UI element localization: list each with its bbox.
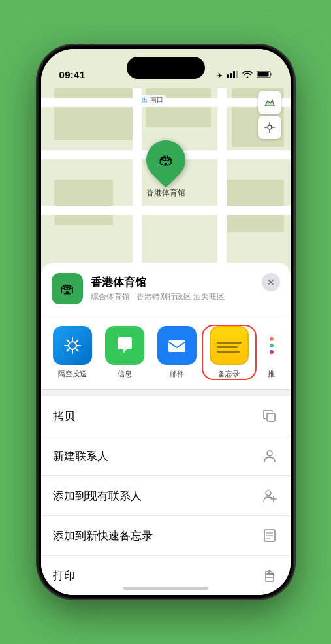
sheet-header: 🏟 香港体育馆 综合体育馆 · 香港特别行政区 油尖旺区 ✕ [41, 263, 291, 315]
share-item-messages[interactable]: 信息 [99, 326, 151, 379]
location-button[interactable] [258, 116, 281, 139]
action-new-contact[interactable]: 新建联系人 [41, 436, 291, 476]
map-controls [258, 91, 281, 139]
status-icons: ✈ [216, 71, 272, 80]
notes-label: 备忘录 [218, 369, 240, 379]
svg-rect-0 [227, 74, 229, 78]
svg-point-7 [268, 125, 272, 129]
svg-rect-14 [267, 413, 275, 421]
action-add-existing-label: 添加到现有联系人 [53, 489, 142, 504]
action-add-note-label: 添加到新快速备忘录 [53, 528, 153, 543]
action-list: 拷贝 新建联系人 [41, 396, 291, 595]
svg-rect-6 [257, 72, 268, 77]
location-pin: 🏟 香港体育馆 [146, 140, 185, 199]
action-print-label: 打印 [53, 568, 75, 583]
bottom-sheet: 🏟 香港体育馆 综合体育馆 · 香港特别行政区 油尖旺区 ✕ [41, 263, 291, 595]
venue-subtitle: 综合体育馆 · 香港特别行政区 油尖旺区 [91, 291, 280, 302]
svg-rect-1 [230, 73, 232, 78]
map-type-button[interactable] [258, 91, 281, 114]
sheet-close-button[interactable]: ✕ [262, 273, 280, 291]
share-item-more[interactable]: 推 [255, 326, 288, 379]
svg-rect-13 [168, 340, 185, 352]
action-copy[interactable]: 拷贝 [41, 396, 291, 436]
print-icon [260, 566, 279, 585]
person-add-icon [260, 487, 279, 505]
action-add-note[interactable]: 添加到新快速备忘录 [41, 516, 291, 556]
pin-label: 香港体育馆 [146, 187, 185, 199]
status-bar: 09:41 ✈ [41, 49, 291, 84]
battery-icon [257, 71, 272, 80]
home-indicator [123, 587, 208, 590]
dot-2 [270, 344, 274, 347]
copy-icon [260, 407, 279, 425]
notes-line-2 [217, 346, 238, 348]
note-icon [260, 526, 279, 545]
venue-icon: 🏟 [52, 273, 83, 304]
action-copy-label: 拷贝 [53, 409, 75, 424]
pin-inner-icon: 🏟 [159, 152, 173, 169]
share-item-notes[interactable]: 备忘录 [203, 326, 255, 379]
svg-rect-5 [270, 73, 272, 76]
svg-rect-2 [233, 71, 235, 78]
notes-icon [210, 326, 249, 365]
svg-rect-3 [236, 71, 238, 78]
person-icon [260, 447, 279, 465]
share-item-mail[interactable]: 邮件 [151, 326, 203, 379]
messages-icon [105, 326, 144, 365]
map-label: 出 南口 [139, 95, 166, 105]
mail-label: 邮件 [170, 369, 184, 379]
more-label: 推 [268, 369, 275, 379]
wifi-icon [242, 71, 253, 80]
svg-rect-23 [266, 577, 274, 581]
action-add-existing[interactable]: 添加到现有联系人 [41, 476, 291, 516]
share-item-airdrop[interactable]: 隔空投送 [46, 326, 99, 379]
pin-circle: 🏟 [138, 133, 193, 188]
share-row: 隔空投送 信息 [41, 315, 291, 390]
svg-point-15 [267, 451, 272, 456]
svg-point-16 [266, 491, 271, 496]
mail-icon [157, 326, 197, 365]
airdrop-label: 隔空投送 [58, 369, 87, 379]
phone-frame: 09:41 ✈ [39, 46, 293, 598]
status-time: 09:41 [59, 69, 86, 80]
notes-lines [213, 336, 245, 355]
more-dots [270, 326, 274, 365]
airdrop-icon [53, 326, 92, 365]
share-item-notes-wrapper: 备忘录 [203, 326, 255, 379]
notes-line-1 [217, 342, 242, 344]
action-new-contact-label: 新建联系人 [53, 449, 108, 464]
location-icon: ✈ [216, 71, 223, 80]
venue-name: 香港体育馆 [91, 275, 280, 290]
dot-3 [270, 350, 274, 354]
notes-line-3 [217, 351, 240, 353]
phone-screen: 09:41 ✈ [41, 49, 291, 595]
signal-icon [227, 71, 238, 80]
messages-label: 信息 [118, 369, 132, 379]
dot-1 [270, 337, 274, 341]
venue-info: 香港体育馆 综合体育馆 · 香港特别行政区 油尖旺区 [91, 275, 280, 302]
